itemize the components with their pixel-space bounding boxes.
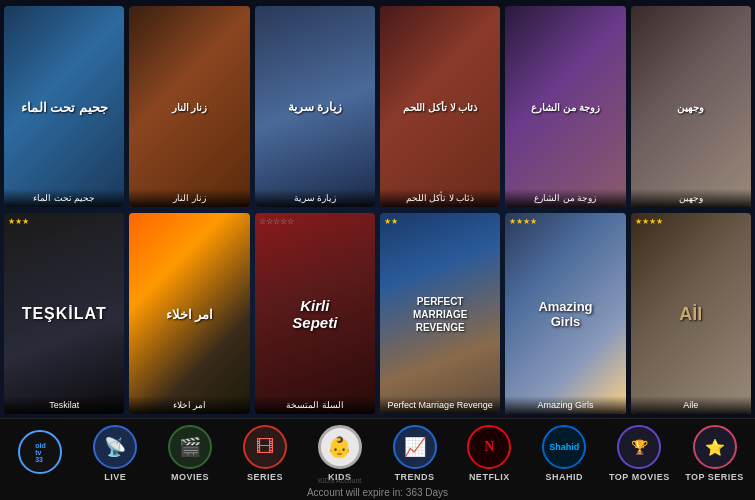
movie-card-perfect[interactable]: ★★ PERFECTMARRIAGEREVENGE Perfect Marria… <box>380 213 500 414</box>
movie-card-tesk[interactable]: ★★★ TEŞKİLAT Teskilat <box>4 213 124 414</box>
nav-item-series[interactable]: 🎞 SERIES <box>235 425 295 482</box>
nav-items: oidtv33 📡 LIVE 🎬 MOVIES 🎞 SERIES 👶 <box>4 425 751 482</box>
live-icon: 📡 <box>93 425 137 469</box>
nav-label-topmovies: TOP MOVIES <box>609 472 670 482</box>
movie-title-aile: Aile <box>631 396 751 414</box>
movie-card-r1c4[interactable]: ذئاب لا تأكل اللحم ذئاب لا تأكل اللحم <box>380 6 500 207</box>
nav-label-shahid: SHAHID <box>545 472 583 482</box>
shahid-icon: Shahid <box>542 425 586 469</box>
movie-card-r1c6[interactable]: وجهين وجهين <box>631 6 751 207</box>
movies-icon: 🎬 <box>168 425 212 469</box>
iptv-icon: oidtv33 <box>18 430 62 474</box>
movie-title-r1c4: ذئاب لا تأكل اللحم <box>380 189 500 207</box>
kids-account-label: KIDS Account <box>310 477 370 484</box>
movie-card-kirli[interactable]: ☆☆☆☆☆ KirliSepeti السلة المتسخة <box>255 213 375 414</box>
movie-card-amazing[interactable]: ★★★★ AmazingGirls Amazing Girls <box>505 213 625 414</box>
movie-title-amir: امر اخلاء <box>129 396 249 414</box>
stars-kirli: ☆☆☆☆☆ <box>259 217 294 226</box>
nav-item-topseries[interactable]: ⭐ TOP SERIES <box>685 425 745 482</box>
stars-aile: ★★★★ <box>635 217 663 226</box>
nav-item-live[interactable]: 📡 LIVE <box>85 425 145 482</box>
movie-title-perfect: Perfect Marriage Revenge <box>380 396 500 414</box>
nav-label-live: LIVE <box>104 472 126 482</box>
movie-card-r1c3[interactable]: زيارة سرية زيارة سرية <box>255 6 375 207</box>
series-icon: 🎞 <box>243 425 287 469</box>
bottom-nav: oidtv33 📡 LIVE 🎬 MOVIES 🎞 SERIES 👶 <box>0 418 755 484</box>
nav-label-topseries: TOP SERIES <box>685 472 744 482</box>
movies-row-2: ★★★ TEŞKİLAT Teskilat امر اخلاء امر اخلا… <box>4 213 751 414</box>
netflix-icon: N <box>467 425 511 469</box>
movie-card-aile[interactable]: ★★★★ Aİl Aile <box>631 213 751 414</box>
stars-amazing: ★★★★ <box>509 217 537 226</box>
nav-item-movies[interactable]: 🎬 MOVIES <box>160 425 220 482</box>
movies-container: جحيم تحت الماء جحيم تحت الماء زنار النار… <box>0 0 755 418</box>
movie-title-r1c1: جحيم تحت الماء <box>4 189 124 207</box>
movies-row-1: جحيم تحت الماء جحيم تحت الماء زنار النار… <box>4 6 751 207</box>
stars-perfect: ★★ <box>384 217 398 226</box>
stars-tesk: ★★★ <box>8 217 29 226</box>
movie-card-r1c5[interactable]: زوجة من الشارع زوجة من الشارع <box>505 6 625 207</box>
movie-title-kirli: السلة المتسخة <box>255 396 375 414</box>
movie-title-amazing: Amazing Girls <box>505 396 625 414</box>
movie-title-r1c5: زوجة من الشارع <box>505 189 625 207</box>
account-status-bar: Account will expire in: 363 Days <box>0 484 755 500</box>
nav-label-movies: MOVIES <box>171 472 209 482</box>
trends-icon: 📈 <box>393 425 437 469</box>
movie-title-r1c6: وجهين <box>631 189 751 207</box>
nav-item-iptv[interactable]: oidtv33 <box>10 430 70 477</box>
movie-title-r1c2: زنار النار <box>129 189 249 207</box>
nav-item-topmovies[interactable]: 🏆 TOP MOVIES <box>609 425 670 482</box>
nav-item-trends[interactable]: 📈 TRENDS <box>385 425 445 482</box>
movie-card-amir[interactable]: امر اخلاء امر اخلاء <box>129 213 249 414</box>
movie-title-r1c3: زيارة سرية <box>255 189 375 207</box>
nav-label-netflix: NETFLIX <box>469 472 510 482</box>
nav-item-shahid[interactable]: Shahid SHAHID <box>534 425 594 482</box>
nav-label-series: SERIES <box>247 472 283 482</box>
topseries-icon: ⭐ <box>693 425 737 469</box>
nav-item-kids[interactable]: 👶 KIDS KIDS Account <box>310 425 370 482</box>
topmovies-icon: 🏆 <box>617 425 661 469</box>
movie-title-tesk: Teskilat <box>4 396 124 414</box>
nav-item-netflix[interactable]: N NETFLIX <box>459 425 519 482</box>
movie-card-r1c2[interactable]: زنار النار زنار النار <box>129 6 249 207</box>
nav-label-trends: TRENDS <box>395 472 435 482</box>
movie-card-r1c1[interactable]: جحيم تحت الماء جحيم تحت الماء <box>4 6 124 207</box>
account-status-text: Account will expire in: 363 Days <box>307 487 448 498</box>
kids-icon: 👶 <box>318 425 362 469</box>
